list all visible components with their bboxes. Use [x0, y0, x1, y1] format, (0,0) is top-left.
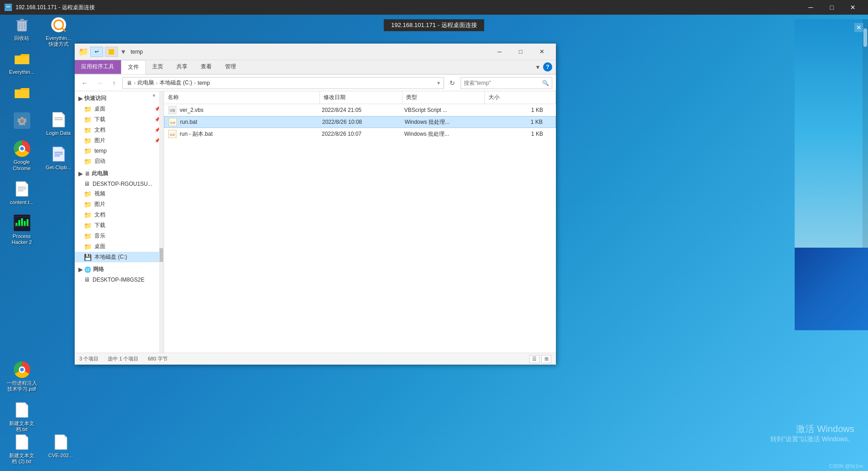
process-hacker-label: Process Hacker 2: [6, 233, 37, 245]
address-drive-c[interactable]: 本地磁盘 (C:): [159, 79, 192, 87]
svg-text:bat: bat: [170, 121, 176, 125]
desktop-icon-everything-shortcut[interactable]: Everythin... 快捷方式: [41, 14, 76, 49]
nav-item-desktop-computer[interactable]: 🖥 DESKTOP-RGOU1SU...: [75, 179, 164, 188]
nav-back-btn[interactable]: ←: [78, 77, 91, 89]
refresh-btn[interactable]: ↻: [446, 77, 459, 89]
nav-item-startup[interactable]: 📁 启动: [75, 156, 164, 166]
file-row-runbat-copy[interactable]: bat run - 副本.bat 2022/8/26 10:07 Windows…: [164, 128, 556, 140]
rdp-scrollbar-thumb[interactable]: [863, 28, 867, 47]
nav-network-label: 网络: [93, 266, 104, 273]
address-this-pc[interactable]: 此电脑: [137, 79, 154, 87]
explorer-qa-save-btn[interactable]: ↩: [90, 47, 103, 57]
explorer-body: ▼ ▶ 快速访问 📁 桌面 📌 📁 下载 📌 📁: [75, 91, 556, 353]
explorer-minimize-btn[interactable]: ─: [489, 45, 510, 59]
view-details-btn[interactable]: ☰: [529, 355, 539, 363]
nav-downloads-icon: 📁: [84, 116, 92, 123]
nav-item-drive-c[interactable]: 💾 本地磁盘 (C:): [75, 252, 164, 262]
ver2vbs-type: VBScript Script ...: [404, 107, 487, 113]
ribbon-tab-view[interactable]: 查看: [194, 60, 219, 74]
chrome-label: Google Chrome: [6, 159, 37, 171]
nav-videos-icon: 📁: [84, 190, 92, 198]
ribbon-tab-file[interactable]: 文件: [121, 60, 146, 74]
everything-shortcut-label: Everythin... 快捷方式: [43, 35, 74, 47]
search-bar[interactable]: 🔍: [461, 77, 552, 89]
desktop-icon-everything[interactable]: Everythin...: [5, 48, 39, 77]
explorer-qa-dropdown[interactable]: ▾: [121, 47, 125, 56]
nav-item-desktop[interactable]: 📁 桌面 📌: [75, 104, 164, 114]
nav-documents-icon: 📁: [84, 211, 92, 219]
chrome-pdf-icon: [13, 360, 31, 379]
ribbon-tab-share[interactable]: 共享: [170, 60, 194, 74]
rdp-maximize-btn[interactable]: □: [821, 0, 842, 15]
ribbon-tab-app-tools[interactable]: 应用程序工具: [75, 60, 121, 74]
address-dropdown-btn[interactable]: ▾: [437, 80, 440, 86]
desktop-icon-cve[interactable]: CVE-202...: [44, 431, 78, 466]
ribbon-help-btn[interactable]: ?: [543, 62, 552, 72]
everything-folder-icon: [13, 50, 31, 68]
new-text2-icon: [13, 433, 31, 451]
nav-quick-access-header[interactable]: ▶ 快速访问: [75, 93, 164, 104]
nav-item-pictures2[interactable]: 📁 图片: [75, 199, 164, 210]
nav-item-network-computer[interactable]: 🖥 DESKTOP-IM8GS2E: [75, 275, 164, 284]
chrome-pdf-label: 一些进程注入 技术学习.pdf: [6, 380, 37, 392]
nav-item-desktop2[interactable]: 📁 桌面: [75, 241, 164, 252]
nav-item-downloads2[interactable]: 📁 下载: [75, 220, 164, 231]
nav-up-btn[interactable]: ↑: [108, 77, 121, 89]
file-row-ver2vbs[interactable]: VB ver_2.vbs 2022/8/24 21:05 VBScript Sc…: [164, 104, 556, 116]
address-bar[interactable]: 🖥 › 此电脑 › 本地磁盘 (C:) › temp ▾: [122, 77, 444, 89]
ribbon-tab-manage[interactable]: 管理: [219, 60, 243, 74]
col-header-type[interactable]: 类型: [402, 91, 485, 104]
ribbon-tab-home[interactable]: 主页: [146, 60, 170, 74]
nav-this-pc-header[interactable]: ▶ 🖥 此电脑: [75, 168, 164, 179]
rdp-minimize-btn[interactable]: ─: [800, 0, 821, 15]
desktop-icon-settings[interactable]: [5, 110, 39, 133]
rdp-scroll-area[interactable]: [863, 19, 868, 249]
nav-item-music[interactable]: 📁 音乐: [75, 231, 164, 241]
explorer-qa-new-btn[interactable]: [105, 47, 118, 57]
col-header-date[interactable]: 修改日期: [320, 91, 402, 104]
svg-text:VB: VB: [170, 108, 175, 113]
nav-sort-btn[interactable]: ▼: [152, 93, 156, 98]
nav-item-documents[interactable]: 📁 文档: [75, 210, 164, 220]
explorer-maximize-btn[interactable]: □: [510, 45, 531, 59]
rdp-icon: [5, 4, 12, 11]
nav-forward-btn[interactable]: →: [93, 77, 106, 89]
svg-rect-18: [16, 223, 17, 226]
explorer-close-btn[interactable]: ✕: [531, 45, 552, 59]
address-temp[interactable]: temp: [198, 80, 210, 86]
desktop-icon-login-data[interactable]: Login Data: [41, 109, 76, 138]
explorer-title: temp: [131, 49, 487, 55]
desktop-icon-process-hacker[interactable]: Process Hacker 2: [5, 212, 39, 247]
ribbon-collapse-btn[interactable]: ▾: [536, 63, 539, 71]
rdp-close-btn[interactable]: ✕: [842, 0, 863, 15]
nav-scrollbar-thumb[interactable]: [159, 248, 163, 262]
activate-line2: 转到"设置"以激活 Windows。: [770, 435, 854, 443]
desktop-icon-new-text[interactable]: 新建文本文 档.txt: [5, 399, 39, 434]
desktop-icon-chrome[interactable]: Google Chrome: [5, 138, 39, 173]
nav-item-pictures[interactable]: 📁 图片 📌: [75, 135, 164, 146]
runbat-type: Windows 批处理...: [405, 118, 487, 126]
view-large-icons-btn[interactable]: ⊞: [541, 355, 551, 363]
nav-videos-label: 视频: [94, 190, 105, 198]
nav-scrollbar[interactable]: [159, 91, 164, 353]
nav-item-videos[interactable]: 📁 视频: [75, 188, 164, 199]
nav-network-header[interactable]: ▶ 🌐 网络: [75, 264, 164, 275]
rdp-panel-close-btn[interactable]: ✕: [854, 23, 863, 32]
col-header-name[interactable]: 名称: [164, 91, 320, 104]
desktop-icon-new-text2[interactable]: 新建文本文 档 (2).txt: [5, 431, 39, 466]
nav-downloads2-icon: 📁: [84, 222, 92, 229]
ver2vbs-icon: VB: [168, 105, 177, 115]
nav-item-downloads[interactable]: 📁 下载 📌: [75, 114, 164, 125]
nav-network-arrow: ▶: [78, 266, 82, 273]
desktop-icon-get-clip[interactable]: Get-Clipb...: [41, 143, 76, 172]
col-header-size[interactable]: 大小: [485, 91, 556, 104]
desktop-icon-content[interactable]: content.t...: [5, 178, 39, 207]
desktop-icon-chrome-pdf[interactable]: 一些进程注入 技术学习.pdf: [5, 359, 39, 394]
nav-item-docs[interactable]: 📁 文档 📌: [75, 125, 164, 135]
desktop-icon-recycle-bin[interactable]: 回收站: [5, 14, 39, 43]
search-input[interactable]: [464, 80, 540, 86]
nav-item-temp[interactable]: 📁 temp: [75, 146, 164, 156]
desktop-icon-folder2[interactable]: [5, 82, 39, 105]
nav-network-icon: 🌐: [84, 266, 91, 273]
file-row-runbat[interactable]: bat run.bat 2022/8/26 10:08 Windows 批处理.…: [164, 116, 556, 128]
